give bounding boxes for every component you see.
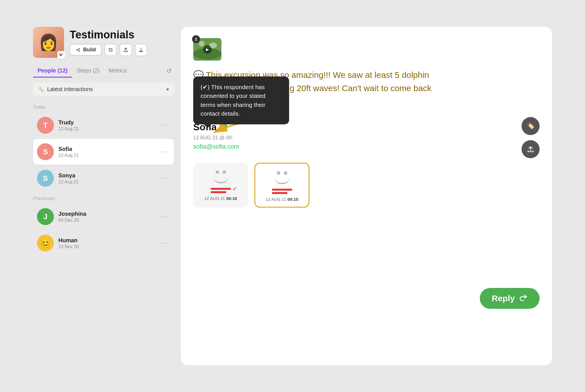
filter-label: Latest interactions <box>47 86 93 93</box>
svg-point-1 <box>79 48 80 49</box>
person-avatar-sonya: S <box>37 170 54 187</box>
today-label: Today <box>33 104 174 110</box>
action-buttons: 🏷️ <box>522 117 540 158</box>
main-panel: 2 ▶ 💬 This excursion was so amazing!!! W <box>181 27 552 365</box>
chevron-down-icon: ▾ <box>166 86 169 93</box>
copy-button[interactable]: ⧉ <box>104 44 117 56</box>
respondent-section: (✔) This respondent has consented to you… <box>193 122 362 150</box>
tab-steps[interactable]: Steps (2) <box>72 65 104 78</box>
download-icon <box>138 47 144 53</box>
svg-line-3 <box>78 49 79 50</box>
eye-right-2 <box>284 171 287 175</box>
video-play-button[interactable]: ▶ <box>203 45 212 54</box>
more-options-trudy[interactable]: ⋯ <box>159 120 170 130</box>
avatar-badge <box>57 51 65 59</box>
face-smile <box>214 177 228 183</box>
card-line-2 <box>211 191 226 193</box>
card-1-lines: ✓ <box>211 188 231 193</box>
eye-left <box>216 171 219 174</box>
person-avatar-sofia: S <box>37 143 54 160</box>
avatar-image: 👩 <box>39 33 58 52</box>
svg-point-0 <box>76 49 78 50</box>
person-avatar-human: 😊 <box>37 235 54 252</box>
reply-icon <box>519 294 528 302</box>
person-item-sofia[interactable]: S Sofia 12 Aug 21 ⋯ <box>33 139 174 165</box>
more-options-josephina[interactable]: ⋯ <box>159 212 170 221</box>
card-2-timestamp: 12 AUG 21 00:15 <box>266 197 298 202</box>
card-1-timestamp: 12 AUG 21 00:10 <box>204 196 237 201</box>
card-line-4 <box>272 192 287 194</box>
more-options-human[interactable]: ⋯ <box>159 238 170 248</box>
build-icon <box>75 47 81 53</box>
tab-metrics[interactable]: Metrics <box>104 65 131 78</box>
respondent-email: sofia@sofia.com <box>193 143 362 150</box>
video-thumbnail-wrapper: 2 ▶ <box>193 38 221 61</box>
card-1-face: ✓ <box>198 168 243 193</box>
more-options-sonya[interactable]: ⋯ <box>159 173 170 183</box>
eye-right <box>223 171 226 174</box>
person-info-human: Human 13 Nov 20 <box>58 237 155 249</box>
filter-dropdown[interactable]: 🏷️ Latest interactions ▾ <box>33 83 174 96</box>
card-line-3 <box>272 189 292 191</box>
face-smile-2 <box>275 178 289 184</box>
person-item-sonya[interactable]: S Sonya 12 Aug 21 ⋯ <box>33 165 174 191</box>
person-info-trudy: Trudy 12 Aug 21 <box>58 119 155 131</box>
more-options-sofia[interactable]: ⋯ <box>159 147 170 157</box>
previously-label: Previously <box>33 196 174 201</box>
previously-person-list: J Josephina 04 Dec 20 ⋯ 😊 Human 13 Nov 2… <box>33 204 174 256</box>
person-item-human[interactable]: 😊 Human 13 Nov 20 ⋯ <box>33 230 174 256</box>
sidebar-header: 👩 Testimonials <box>33 27 174 58</box>
person-avatar-trudy: T <box>37 117 54 134</box>
tabs: People (12) Steps (2) Metrics ↺ <box>33 65 174 78</box>
reply-button[interactable]: Reply <box>480 288 540 309</box>
build-button[interactable]: Build <box>70 44 102 56</box>
person-item-trudy[interactable]: T Trudy 12 Aug 21 ⋯ <box>33 112 174 138</box>
download-button[interactable] <box>135 44 147 56</box>
today-person-list: T Trudy 12 Aug 21 ⋯ S Sofia 12 Aug 21 ⋯ … <box>33 112 174 191</box>
copy-icon: ⧉ <box>109 47 113 53</box>
svg-line-4 <box>78 50 79 51</box>
share-button[interactable] <box>120 44 132 56</box>
share-action-icon <box>527 146 534 153</box>
refresh-button[interactable]: ↺ <box>164 66 174 76</box>
eye-left-2 <box>277 171 280 175</box>
response-card-2[interactable]: 12 AUG 21 00:15 <box>254 163 309 208</box>
person-item-josephina[interactable]: J Josephina 04 Dec 20 ⋯ <box>33 204 174 230</box>
tab-people[interactable]: People (12) <box>33 65 72 78</box>
person-avatar-josephina: J <box>37 208 54 225</box>
tag-icon: 🏷️ <box>38 86 44 93</box>
respondent-date: 12 AUG 21 @ 00: <box>193 135 362 141</box>
tooltip-icon: (✔) <box>201 84 210 90</box>
tooltip-arrow <box>204 124 211 128</box>
app-title: Testimonials <box>70 29 147 41</box>
person-info-sofia: Sofia 12 Aug 21 <box>58 146 155 158</box>
share-icon <box>123 47 129 53</box>
person-info-sonya: Sonya 12 Aug 21 <box>58 172 155 184</box>
person-info-josephina: Josephina 04 Dec 20 <box>58 211 155 223</box>
svg-point-2 <box>79 50 80 52</box>
tag-action-button[interactable]: 🏷️ <box>522 117 540 135</box>
sidebar: 👩 Testimonials <box>33 27 174 365</box>
video-section: 2 ▶ <box>193 38 540 61</box>
avatar: 👩 <box>33 27 64 58</box>
card-line-1: ✓ <box>211 188 231 190</box>
consent-tooltip: (✔) This respondent has consented to you… <box>193 76 289 124</box>
card-2-lines <box>272 189 292 194</box>
response-card-1[interactable]: ✓ 12 AUG 21 00:10 <box>193 163 248 208</box>
share-action-button[interactable] <box>522 140 540 158</box>
card-2-face <box>260 169 304 194</box>
video-count-badge: 2 <box>192 35 200 43</box>
response-cards: ✓ 12 AUG 21 00:10 <box>193 163 540 208</box>
